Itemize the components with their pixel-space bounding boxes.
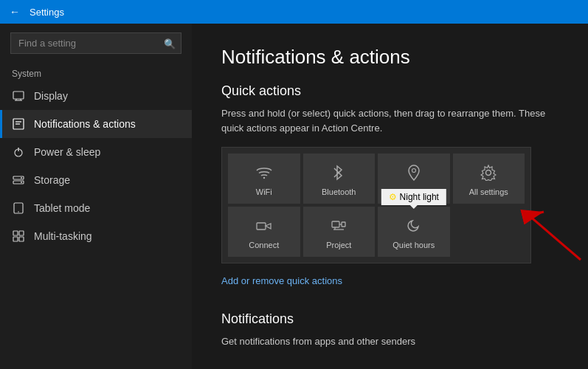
display-icon (12, 89, 25, 103)
bluetooth-icon (309, 161, 370, 184)
svg-rect-18 (19, 237, 24, 241)
power-icon (12, 145, 25, 159)
tablet-icon (12, 201, 25, 215)
svg-rect-0 (13, 92, 24, 99)
qa-tile-connect[interactable]: Connect (228, 207, 300, 257)
search-input[interactable] (10, 32, 181, 54)
quick-actions-title: Quick actions (221, 83, 558, 99)
sidebar: 🔍 System Display Notifications & actions… (0, 24, 192, 369)
main-layout: 🔍 System Display Notifications & actions… (0, 24, 588, 369)
storage-icon (12, 173, 25, 187)
tile-label: Quiet hours (392, 241, 435, 249)
tile-label: Bluetooth (322, 187, 356, 196)
notifications-section: Notifications Get notifications from app… (221, 311, 558, 349)
tile-label: All settings (469, 187, 508, 196)
night-light-tooltip: ⚙Night light (381, 189, 446, 205)
content-area: Notifications & actions Quick actions Pr… (192, 24, 588, 369)
connect-icon (234, 214, 294, 238)
sidebar-item-storage[interactable]: Storage (0, 166, 192, 194)
svg-rect-15 (13, 231, 18, 235)
svg-rect-17 (13, 237, 18, 241)
sidebar-item-label: Power & sleep (34, 146, 100, 158)
sidebar-item-label: Display (34, 90, 68, 102)
notifications-desc: Get notifications from apps and other se… (221, 334, 558, 349)
search-icon: 🔍 (164, 38, 176, 49)
sidebar-item-power[interactable]: Power & sleep (0, 138, 192, 166)
quick-actions-grid: WiFi Bluetooth Location (221, 147, 531, 263)
tile-label: Connect (249, 241, 279, 249)
svg-rect-16 (19, 231, 24, 235)
sidebar-item-display[interactable]: Display (0, 82, 192, 110)
app-title: Settings (30, 7, 64, 18)
notifications-title: Notifications (221, 311, 558, 327)
sidebar-item-notifications[interactable]: Notifications & actions (0, 110, 192, 138)
title-bar: ← Settings (0, 0, 588, 24)
svg-point-20 (412, 169, 415, 173)
add-remove-link[interactable]: Add or remove quick actions (221, 275, 342, 286)
location-icon (384, 161, 444, 184)
wifi-icon (234, 161, 294, 184)
quick-actions-desc: Press and hold (or select) quick actions… (221, 106, 558, 135)
qa-tile-bluetooth[interactable]: Bluetooth (303, 154, 376, 204)
search-container: 🔍 (10, 32, 181, 54)
tile-label: Project (326, 241, 351, 249)
sidebar-section-title: System (0, 63, 192, 82)
sidebar-item-label: Notifications & actions (34, 118, 136, 130)
settings-icon (459, 161, 519, 184)
sidebar-item-label: Multi-tasking (34, 230, 92, 242)
qa-tile-project[interactable]: Project (303, 207, 376, 257)
qa-tile-allsettings[interactable]: All settings (453, 154, 525, 204)
notifications-icon (12, 117, 25, 131)
back-button[interactable]: ← (7, 4, 22, 19)
svg-point-19 (263, 177, 265, 179)
page-title: Notifications & actions (221, 46, 558, 69)
svg-point-11 (21, 177, 22, 179)
multitasking-icon (12, 230, 25, 243)
sidebar-item-label: Storage (34, 174, 70, 186)
qa-tile-wifi[interactable]: WiFi (228, 154, 300, 204)
svg-rect-22 (257, 223, 266, 230)
tooltip-icon: ⚙ (389, 192, 397, 202)
sidebar-item-tablet[interactable]: Tablet mode (0, 194, 192, 222)
svg-rect-23 (332, 221, 339, 227)
sidebar-item-label: Tablet mode (34, 202, 90, 214)
project-icon (309, 214, 370, 238)
qa-tile-quiet[interactable]: ⚙Night light Quiet hours (378, 207, 450, 257)
sidebar-item-multitasking[interactable]: Multi-tasking (0, 222, 192, 250)
tile-label: WiFi (256, 187, 272, 196)
svg-rect-24 (342, 222, 345, 227)
svg-point-14 (18, 211, 19, 213)
svg-point-12 (21, 182, 22, 183)
moon-icon (384, 214, 444, 238)
svg-point-21 (486, 170, 491, 176)
